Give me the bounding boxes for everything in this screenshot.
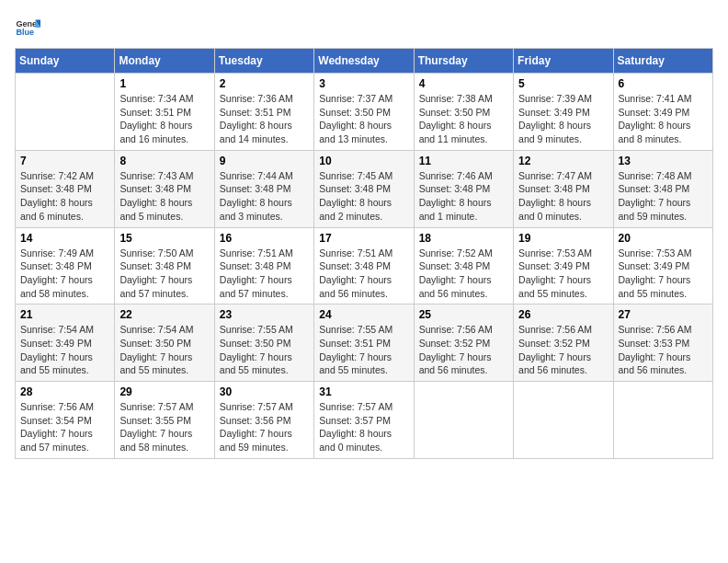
day-number: 4 [419,77,508,90]
day-info: Sunrise: 7:52 AM Sunset: 3:48 PM Dayligh… [419,247,508,301]
day-number: 22 [119,308,209,321]
day-info: Sunrise: 7:54 AM Sunset: 3:49 PM Dayligh… [20,323,109,377]
day-info: Sunrise: 7:48 AM Sunset: 3:48 PM Dayligh… [619,169,708,224]
logo: General Blue [15,15,40,40]
calendar-cell: 21Sunrise: 7:54 AM Sunset: 3:49 PM Dayli… [16,304,115,382]
calendar-cell: 26Sunrise: 7:56 AM Sunset: 3:52 PM Dayli… [514,304,613,382]
calendar-cell: 31Sunrise: 7:57 AM Sunset: 3:57 PM Dayli… [314,382,414,459]
day-number: 19 [518,232,608,245]
day-info: Sunrise: 7:34 AM Sunset: 3:51 PM Dayligh… [119,92,209,146]
calendar-cell: 1Sunrise: 7:34 AM Sunset: 3:51 PM Daylig… [115,74,214,151]
day-info: Sunrise: 7:42 AM Sunset: 3:48 PM Dayligh… [20,169,109,224]
day-number: 13 [619,155,708,167]
day-number: 31 [319,385,408,398]
column-header-sunday: Sunday [16,49,115,74]
day-info: Sunrise: 7:53 AM Sunset: 3:49 PM Dayligh… [518,247,608,301]
day-number: 11 [419,155,508,167]
day-number: 17 [319,232,408,245]
day-info: Sunrise: 7:55 AM Sunset: 3:51 PM Dayligh… [319,323,408,377]
day-number: 28 [20,385,109,398]
day-info: Sunrise: 7:54 AM Sunset: 3:50 PM Dayligh… [119,323,209,377]
calendar-cell: 4Sunrise: 7:38 AM Sunset: 3:50 PM Daylig… [414,74,513,151]
column-header-friday: Friday [514,49,613,74]
day-info: Sunrise: 7:57 AM Sunset: 3:56 PM Dayligh… [220,400,309,454]
calendar-week-row: 7Sunrise: 7:42 AM Sunset: 3:48 PM Daylig… [16,150,713,227]
day-number: 6 [619,77,708,90]
calendar-cell: 17Sunrise: 7:51 AM Sunset: 3:48 PM Dayli… [314,227,414,304]
day-number: 21 [20,308,109,321]
day-number: 26 [518,308,608,321]
calendar-cell: 9Sunrise: 7:44 AM Sunset: 3:48 PM Daylig… [214,150,313,227]
day-info: Sunrise: 7:49 AM Sunset: 3:48 PM Dayligh… [20,247,109,301]
day-number: 30 [220,385,309,398]
day-info: Sunrise: 7:41 AM Sunset: 3:49 PM Dayligh… [619,92,708,146]
logo-icon: General Blue [15,15,40,40]
calendar-cell: 23Sunrise: 7:55 AM Sunset: 3:50 PM Dayli… [214,304,313,382]
column-header-thursday: Thursday [414,49,513,74]
day-number: 10 [319,155,408,167]
calendar-cell: 5Sunrise: 7:39 AM Sunset: 3:49 PM Daylig… [514,74,613,151]
day-number: 8 [119,155,209,167]
column-header-monday: Monday [115,49,214,74]
day-number: 9 [220,155,309,167]
calendar-cell: 20Sunrise: 7:53 AM Sunset: 3:49 PM Dayli… [613,227,712,304]
day-info: Sunrise: 7:44 AM Sunset: 3:48 PM Dayligh… [220,169,309,224]
column-header-saturday: Saturday [613,49,712,74]
day-number: 12 [518,155,608,167]
day-info: Sunrise: 7:56 AM Sunset: 3:53 PM Dayligh… [619,323,708,377]
day-number: 14 [20,232,109,245]
day-number: 2 [220,77,309,90]
calendar-cell: 12Sunrise: 7:47 AM Sunset: 3:48 PM Dayli… [514,150,613,227]
calendar-cell: 6Sunrise: 7:41 AM Sunset: 3:49 PM Daylig… [613,74,712,151]
calendar-cell: 2Sunrise: 7:36 AM Sunset: 3:51 PM Daylig… [214,74,313,151]
day-info: Sunrise: 7:51 AM Sunset: 3:48 PM Dayligh… [319,247,408,301]
calendar-cell: 3Sunrise: 7:37 AM Sunset: 3:50 PM Daylig… [314,74,414,151]
svg-text:Blue: Blue [16,28,34,37]
day-info: Sunrise: 7:39 AM Sunset: 3:49 PM Dayligh… [518,92,608,146]
day-info: Sunrise: 7:51 AM Sunset: 3:48 PM Dayligh… [220,247,309,301]
calendar-cell [613,382,712,459]
day-info: Sunrise: 7:56 AM Sunset: 3:54 PM Dayligh… [20,400,109,454]
calendar-cell: 13Sunrise: 7:48 AM Sunset: 3:48 PM Dayli… [613,150,712,227]
calendar-cell: 8Sunrise: 7:43 AM Sunset: 3:48 PM Daylig… [115,150,214,227]
calendar-cell: 19Sunrise: 7:53 AM Sunset: 3:49 PM Dayli… [514,227,613,304]
day-number: 20 [619,232,708,245]
calendar-week-row: 14Sunrise: 7:49 AM Sunset: 3:48 PM Dayli… [16,227,713,304]
day-info: Sunrise: 7:56 AM Sunset: 3:52 PM Dayligh… [419,323,508,377]
calendar-cell: 15Sunrise: 7:50 AM Sunset: 3:48 PM Dayli… [115,227,214,304]
day-info: Sunrise: 7:37 AM Sunset: 3:50 PM Dayligh… [319,92,408,146]
day-info: Sunrise: 7:56 AM Sunset: 3:52 PM Dayligh… [518,323,608,377]
calendar-cell [514,382,613,459]
calendar-cell: 11Sunrise: 7:46 AM Sunset: 3:48 PM Dayli… [414,150,513,227]
calendar-cell: 7Sunrise: 7:42 AM Sunset: 3:48 PM Daylig… [16,150,115,227]
calendar-table: SundayMondayTuesdayWednesdayThursdayFrid… [15,48,713,459]
calendar-header-row: SundayMondayTuesdayWednesdayThursdayFrid… [16,49,713,74]
column-header-tuesday: Tuesday [214,49,313,74]
calendar-week-row: 21Sunrise: 7:54 AM Sunset: 3:49 PM Dayli… [16,304,713,382]
calendar-cell [414,382,513,459]
calendar-week-row: 28Sunrise: 7:56 AM Sunset: 3:54 PM Dayli… [16,382,713,459]
calendar-cell: 27Sunrise: 7:56 AM Sunset: 3:53 PM Dayli… [613,304,712,382]
day-number: 24 [319,308,408,321]
calendar-cell: 14Sunrise: 7:49 AM Sunset: 3:48 PM Dayli… [16,227,115,304]
day-number: 3 [319,77,408,90]
day-info: Sunrise: 7:36 AM Sunset: 3:51 PM Dayligh… [220,92,309,146]
day-number: 1 [119,77,209,90]
day-info: Sunrise: 7:46 AM Sunset: 3:48 PM Dayligh… [419,169,508,224]
calendar-cell [16,74,115,151]
day-number: 29 [119,385,209,398]
day-info: Sunrise: 7:53 AM Sunset: 3:49 PM Dayligh… [619,247,708,301]
day-info: Sunrise: 7:38 AM Sunset: 3:50 PM Dayligh… [419,92,508,146]
calendar-cell: 25Sunrise: 7:56 AM Sunset: 3:52 PM Dayli… [414,304,513,382]
header: General Blue [15,15,713,40]
day-info: Sunrise: 7:57 AM Sunset: 3:55 PM Dayligh… [119,400,209,454]
calendar-week-row: 1Sunrise: 7:34 AM Sunset: 3:51 PM Daylig… [16,74,713,151]
day-number: 27 [619,308,708,321]
column-header-wednesday: Wednesday [314,49,414,74]
day-info: Sunrise: 7:47 AM Sunset: 3:48 PM Dayligh… [518,169,608,224]
day-info: Sunrise: 7:45 AM Sunset: 3:48 PM Dayligh… [319,169,408,224]
day-number: 25 [419,308,508,321]
day-info: Sunrise: 7:57 AM Sunset: 3:57 PM Dayligh… [319,400,408,454]
day-number: 15 [119,232,209,245]
day-number: 7 [20,155,109,167]
